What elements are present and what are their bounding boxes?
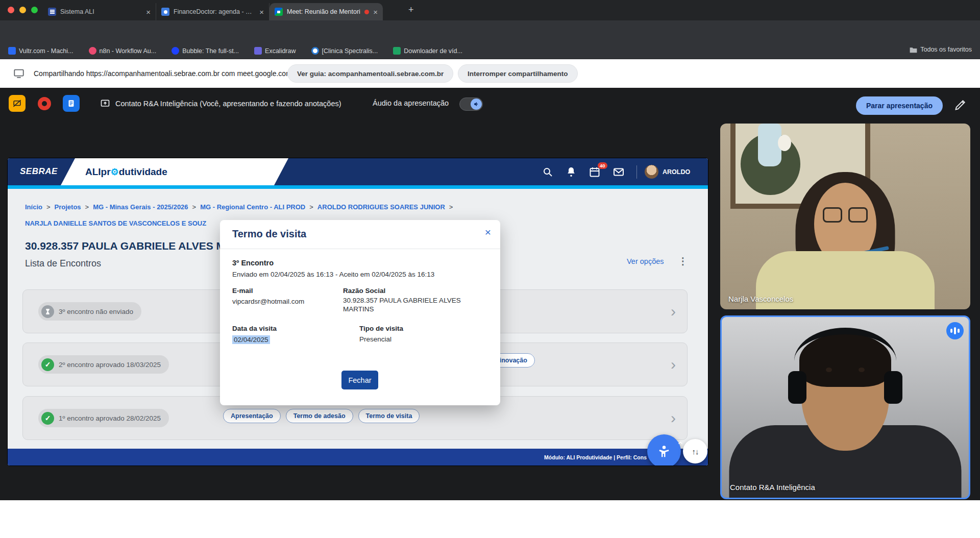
all-favorites-folder[interactable]: Todos os favoritos	[910, 46, 972, 53]
video-tile-narjla[interactable]: Narjla Vasconcelos	[720, 124, 970, 309]
bookmark-vultr[interactable]: Vultr.com - Machi...	[8, 47, 74, 55]
presentation-audio-toggle[interactable]	[459, 97, 483, 111]
modal-divider	[220, 249, 500, 249]
tipo-visita-value: Presencial	[359, 335, 391, 343]
user-name: AROLDO	[663, 168, 690, 176]
up-down-arrows-icon: ↑↓	[692, 447, 699, 456]
user-avatar[interactable]	[645, 165, 658, 179]
presentation-paused-icon[interactable]	[9, 95, 26, 112]
bookmark-favicon	[311, 47, 319, 55]
scroll-top-bottom-button[interactable]: ↑↓	[683, 439, 707, 463]
breadcrumb-separator: >	[192, 203, 197, 211]
bookmark-favicon	[254, 47, 262, 55]
bookmark-bubble[interactable]: Bubble: The full-st...	[172, 47, 239, 55]
bookmark-label: n8n - Workflow Au...	[100, 47, 157, 55]
breadcrumb-separator: >	[85, 203, 89, 211]
logo-pr: pr	[101, 166, 111, 178]
fechar-button[interactable]: Fechar	[341, 371, 378, 389]
bookmark-favicon	[89, 47, 96, 55]
folder-icon	[910, 46, 917, 53]
app-logo-panel: ALI pr ⚙ dutividade	[61, 158, 288, 185]
close-tab-icon[interactable]: ×	[146, 8, 151, 16]
bookmark-favicon	[172, 47, 179, 55]
browser-tabstrip: Sistema ALI × FinanceDoctor: agenda - ab…	[0, 0, 980, 20]
tag-apresentacao[interactable]: Apresentação	[223, 409, 281, 423]
accessibility-widget-button[interactable]	[647, 434, 681, 466]
search-icon[interactable]	[542, 166, 554, 178]
logo-dutividade: dutividade	[119, 166, 167, 178]
recording-indicator-icon[interactable]	[36, 95, 53, 112]
bookmark-excalidraw[interactable]: Excalidraw	[254, 47, 296, 55]
speaker-icon	[471, 99, 482, 110]
header-divider	[636, 165, 637, 179]
tag-termo-visita[interactable]: Termo de visita	[358, 409, 420, 423]
view-options-link[interactable]: Ver opções	[627, 257, 664, 265]
close-tab-icon[interactable]: ×	[259, 8, 264, 16]
mail-icon[interactable]	[612, 166, 625, 178]
kebab-menu-icon[interactable]: ⋮	[678, 255, 688, 267]
vlibras-icon	[656, 444, 672, 459]
bookmark-favicon	[8, 47, 16, 55]
bookmarks-bar: Vultr.com - Machi... n8n - Workflow Au..…	[0, 43, 980, 59]
widget-expand-chevron-icon[interactable]	[677, 440, 683, 446]
close-window-button[interactable]	[8, 7, 14, 13]
tab-title: FinanceDoctor: agenda - abri...	[174, 8, 255, 15]
app-footer: Módulo: ALI Produtividade | Perfil: Cons…	[8, 449, 708, 466]
chevron-right-icon[interactable]: ›	[671, 409, 676, 427]
presenting-text: Contato R&A Inteligência (Você, apresent…	[115, 100, 341, 108]
participant-name: Narjla Vasconcelos	[728, 295, 793, 303]
favorites-label: Todos os favoritos	[920, 46, 972, 53]
tab-sistema-ali[interactable]: Sistema ALI ×	[43, 3, 156, 20]
bookmark-downloader[interactable]: Downloader de víd...	[393, 47, 462, 55]
breadcrumb-link[interactable]: Projetos	[55, 203, 81, 211]
footer-text: Módulo: ALI Produtividade | Perfil: Cons	[544, 454, 647, 460]
check-icon: ✓	[41, 358, 54, 371]
tipo-visita-label: Tipo de visita	[359, 325, 403, 332]
view-tab-button[interactable]: Ver guia: acompanhamentoali.sebrae.com.b…	[287, 64, 453, 83]
glasses-right	[848, 207, 868, 223]
tab-financedoctor[interactable]: FinanceDoctor: agenda - abri... ×	[156, 3, 270, 20]
bookmark-label: Bubble: The full-st...	[182, 47, 239, 55]
check-icon: ✓	[41, 412, 54, 425]
stop-sharing-button[interactable]: Interromper compartilhamento	[458, 64, 578, 83]
breadcrumb-link[interactable]: MG - Regional Centro - ALI PROD	[200, 203, 305, 211]
status-text: 2º encontro aprovado 18/03/2025	[59, 361, 161, 369]
breadcrumb-link[interactable]: Início	[25, 203, 42, 211]
bookmark-label: Vultr.com - Machi...	[19, 47, 74, 55]
bookmark-label: Downloader de víd...	[404, 47, 462, 55]
maximize-window-button[interactable]	[31, 7, 38, 13]
email-value: vipcardsr@hotmail.com	[232, 298, 304, 305]
video-tile-contato[interactable]: Contato R&A Inteligência	[720, 315, 970, 499]
modal-close-icon[interactable]: ×	[485, 226, 491, 238]
minimize-window-button[interactable]	[19, 7, 26, 13]
window-controls	[8, 7, 38, 13]
breadcrumb: Início> Projetos> MG - Minas Gerais - 20…	[25, 203, 453, 211]
bookmark-clinica[interactable]: [Clinica Spectralis...	[311, 47, 378, 55]
bell-icon[interactable]	[565, 166, 577, 178]
new-tab-button[interactable]: +	[408, 5, 414, 15]
modal-title: Termo de visita	[232, 228, 306, 240]
meet-favicon	[275, 8, 283, 16]
share-message: Compartilhando https://acompanhamentoali…	[34, 69, 292, 78]
bookmark-n8n[interactable]: n8n - Workflow Au...	[89, 47, 157, 55]
data-visita-value[interactable]: 02/04/2025	[232, 335, 270, 344]
tag-termo-adesao[interactable]: Termo de adesão	[286, 409, 353, 423]
status-text: 1º encontro aprovado 28/02/2025	[59, 414, 161, 422]
breadcrumb-link[interactable]: AROLDO RODRIGUES SOARES JUNIOR	[317, 203, 445, 211]
close-tab-icon[interactable]: ×	[373, 8, 378, 16]
headphone-earcup-right	[884, 371, 902, 404]
screen-share-infobar: Compartilhando https://acompanhamentoali…	[0, 59, 980, 88]
stop-presenting-button[interactable]: Parar apresentação	[856, 96, 943, 115]
chevron-right-icon[interactable]: ›	[671, 356, 676, 373]
sent-accepted-line: Enviado em 02/04/2025 às 16:13 - Aceito …	[232, 271, 434, 278]
gemini-notes-icon[interactable]	[63, 95, 80, 112]
breadcrumb-line2[interactable]: NARJLA DANIELLE SANTOS DE VASCONCELOS E …	[25, 219, 206, 227]
chevron-right-icon[interactable]: ›	[671, 303, 676, 320]
headphone-earcup-left	[788, 371, 806, 404]
breadcrumb-separator: >	[449, 203, 453, 211]
razao-social-value: 30.928.357 PAULA GABRIELE ALVES MARTINS	[343, 297, 475, 314]
page-subtitle: Lista de Encontros	[25, 258, 101, 269]
breadcrumb-link[interactable]: MG - Minas Gerais - 2025/2026	[93, 203, 188, 211]
annotation-pen-icon[interactable]	[954, 97, 968, 111]
tab-meet-active[interactable]: Meet: Reunião de Mentori ×	[270, 3, 383, 20]
